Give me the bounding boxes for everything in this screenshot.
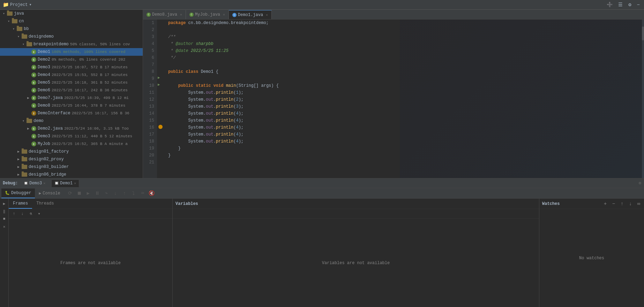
sidebar-item-design06[interactable]: ▶ design06_bridge <box>0 171 143 178</box>
java-class-icon: C <box>31 80 36 85</box>
debug-session-demo3[interactable]: 🔲 Demo3 ✕ <box>21 179 48 187</box>
sidebar-item-java[interactable]: ▾ java <box>0 10 143 17</box>
step-into-button[interactable]: ↓ <box>111 189 120 198</box>
code-content[interactable]: package cn.bb.designdemo.breakpointdemo;… <box>165 20 642 178</box>
project-label[interactable]: Project <box>10 2 28 7</box>
breakpoint-icon <box>158 125 163 129</box>
sidebar-item-demo-demo3[interactable]: C Demo3 2022/5/25 11:12, 440 B 5 12 minu… <box>0 132 143 140</box>
folder-icon <box>27 119 32 123</box>
watches-empty: No watches <box>539 209 644 307</box>
sidebar-item-cn[interactable]: ▾ cn <box>0 17 143 25</box>
tab-myjob-close[interactable]: ✕ <box>223 13 225 17</box>
session-icon: 🔲 <box>24 181 28 185</box>
watches-remove-button[interactable]: − <box>610 200 617 208</box>
code-line-19: } <box>168 145 639 152</box>
run-arrow-line9: ▶ <box>158 75 160 80</box>
console-icon: ▶ <box>39 191 42 195</box>
expand-arrow: ▾ <box>8 19 12 23</box>
java-class-icon: C <box>31 103 36 108</box>
watches-down-button[interactable]: ↓ <box>627 200 634 208</box>
code-line-13: System.out.println(3); <box>168 103 639 110</box>
code-line-16: System.out.println(4); <box>168 124 639 131</box>
expand-arrow: ▶ <box>17 165 22 169</box>
sidebar-item-designdemo[interactable]: ▾ designdemo <box>0 33 143 40</box>
sidebar-item-myjob[interactable]: C MyJob 2022/5/25 16:52, 365 B A minute … <box>0 140 143 148</box>
project-dropdown-arrow[interactable]: ▾ <box>29 2 31 7</box>
sidebar-item-demo3[interactable]: C Demo3 2022/5/25 16:07, 572 B 17 minute… <box>0 63 143 71</box>
sidebar-item-design01[interactable]: ▶ design01_factory <box>0 148 143 155</box>
frames-up-button[interactable]: ↑ <box>10 210 18 218</box>
frames-tab[interactable]: Frames <box>9 199 32 209</box>
java-class-icon: C <box>31 49 36 54</box>
collapse-all-button[interactable]: ☰ <box>617 1 624 8</box>
debug-session-demo1[interactable]: 🔲 Demo1 ✕ <box>51 179 79 187</box>
tab-myjob-label: MyJob.java <box>195 12 220 17</box>
frames-more-button[interactable]: ▾ <box>35 210 43 218</box>
tab-demo1-icon: C <box>232 13 237 17</box>
run-to-cursor-button[interactable]: ⤵ <box>129 189 138 198</box>
sidebar-item-demo5[interactable]: C Demo5 2022/5/25 16:18, 361 B 52 minute… <box>0 79 143 86</box>
sidebar-item-demo-demo2[interactable]: ▶ C Demo2.java 2022/5/24 16:06, 3.15 kB … <box>0 125 143 132</box>
session-demo1-close[interactable]: ✕ <box>74 181 76 185</box>
stop-button[interactable]: ⏹ <box>75 189 83 198</box>
sidebar-item-breakpointdemo[interactable]: ▾ breakpointdemo 50% classes, 50% lines … <box>0 40 143 48</box>
sidebar-item-design03[interactable]: ▶ design03_builder <box>0 163 143 171</box>
sidebar-item-design02[interactable]: ▶ design02_proxy <box>0 155 143 163</box>
sidebar-item-demo-folder[interactable]: ▾ demo <box>0 117 143 125</box>
expand-arrow: ▾ <box>13 27 17 31</box>
sidebar-item-demo4[interactable]: C Demo4 2022/5/25 15:53, 552 B 17 minute… <box>0 71 143 79</box>
tab-demo1-label: Demo1.java <box>238 13 263 17</box>
code-line-18: System.out.println(4); <box>168 138 639 145</box>
tab-myjob[interactable]: C MyJob.java ✕ <box>186 10 229 19</box>
sidebar-item-demo1[interactable]: C Demo1 100% methods, 100% lines covered <box>0 48 143 56</box>
tab-demo1[interactable]: C Demo1.java ✕ <box>229 10 272 19</box>
step-over-button[interactable]: ↷ <box>102 189 111 198</box>
resume-button[interactable]: ▶ <box>84 189 92 198</box>
pause-button[interactable]: ⏸ <box>93 189 102 198</box>
sidebar-item-demo2[interactable]: C Demo2 0% methods, 0% lines covered 202 <box>0 56 143 63</box>
step-out-button[interactable]: ↑ <box>120 189 129 198</box>
watches-header: Watches <box>541 201 560 206</box>
debug-body: ▶ ‖ ■ ✕ Frames Threads ↑ ↓ ⚗ ▾ Frames ar… <box>0 199 644 307</box>
add-button[interactable]: ➕ <box>605 1 614 8</box>
rerun-side-button[interactable]: ✕ <box>1 223 8 230</box>
sidebar-item-demointerface[interactable]: I DemoInterface 2022/5/25 16:17, 156 B 3… <box>0 109 143 117</box>
gear-icon[interactable]: ⚙ <box>627 1 632 8</box>
frames-filter-button[interactable]: ⚗ <box>27 210 35 218</box>
watches-add-button[interactable]: + <box>601 200 609 208</box>
rerun-button[interactable]: ⟳ <box>66 189 74 198</box>
threads-tab[interactable]: Threads <box>32 199 58 209</box>
debugger-tab[interactable]: 🐛 Debugger <box>1 189 35 198</box>
play-button[interactable]: ▶ <box>1 200 8 207</box>
folder-icon <box>22 165 27 169</box>
session-demo3-close[interactable]: ✕ <box>43 181 45 185</box>
sidebar-item-demo7[interactable]: ▶ C Demo7.java 2022/5/25 16:39, 499 B 12… <box>0 94 143 102</box>
console-tab[interactable]: ▶ Console <box>36 189 64 198</box>
mute-button[interactable]: 🔇 <box>148 189 156 198</box>
frames-down-button[interactable]: ↓ <box>18 210 26 218</box>
watches-up-button[interactable]: ↑ <box>618 200 626 208</box>
close-button[interactable]: − <box>636 1 641 8</box>
debug-settings-icon[interactable]: ⚙ <box>639 181 641 186</box>
evaluate-button[interactable]: ⌨ <box>138 189 147 198</box>
tab-demo1-close[interactable]: ✕ <box>266 13 268 17</box>
code-editor[interactable]: 1 2 3 4 5 6 7 8 9 10 11 12 13 14 15 16 1… <box>143 20 644 178</box>
debug-toolbar: 🐛 Debugger ▶ Console ⟳ ⏹ ▶ ⏸ ↷ ↓ ↑ ⤵ ⌨ 🔇 <box>0 188 644 199</box>
watches-infinity-button[interactable]: ∞ <box>635 200 643 208</box>
sidebar-item-demo8[interactable]: C Demo8 2022/5/25 16:44, 378 B 7 minutes <box>0 102 143 109</box>
code-line-8: public class Demo1 { <box>168 68 639 75</box>
folder-icon <box>12 19 17 23</box>
sidebar-item-bb[interactable]: ▾ bb <box>0 25 143 33</box>
tab-demo8[interactable]: C Demo8.java ✕ <box>143 10 186 19</box>
code-line-21 <box>168 159 639 166</box>
java-class-icon: C <box>31 72 36 77</box>
tab-demo8-close[interactable]: ✕ <box>180 13 182 17</box>
editor-scrollbar[interactable] <box>642 20 644 178</box>
sidebar-item-demo6[interactable]: C Demo6 2022/5/25 16:17, 242 B 36 minute… <box>0 86 143 94</box>
scrollbar-thumb[interactable] <box>642 26 644 40</box>
folder-icon <box>22 149 27 154</box>
folder-icon <box>22 172 27 177</box>
step-button[interactable]: ‖ <box>1 208 8 215</box>
stop-side-button[interactable]: ■ <box>1 215 8 222</box>
code-line-5: * @date 2022/5/25 11:25 <box>168 47 639 54</box>
